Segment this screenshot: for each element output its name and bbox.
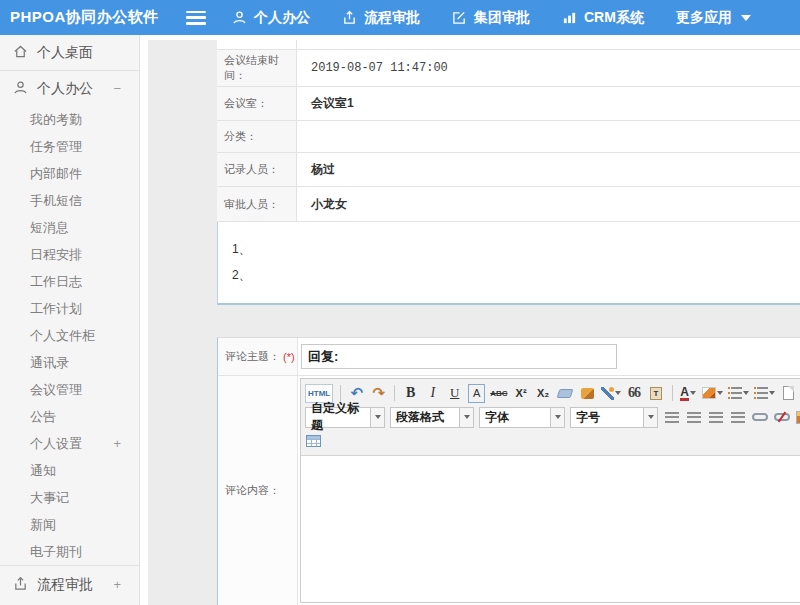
sidebar-item-announcement[interactable]: 公告 [0, 403, 139, 430]
sidebar-item-internal-mail[interactable]: 内部邮件 [0, 160, 139, 187]
nav-workflow-approval[interactable]: 流程审批 [342, 9, 420, 27]
insert-link-icon[interactable] [751, 408, 768, 427]
nav-group-approval[interactable]: 集团审批 [452, 9, 530, 27]
align-left-button[interactable] [663, 408, 680, 427]
sidebar-item-personal-settings[interactable]: 个人设置+ [0, 430, 139, 457]
expand-icon[interactable]: + [113, 436, 121, 451]
paragraph-format-dropdown[interactable]: 段落格式 [390, 407, 474, 428]
sidebar-submenu: 我的考勤 任务管理 内部邮件 手机短信 短消息 日程安排 工作日志 工作计划 个… [0, 106, 139, 565]
sidebar-item-label: 工作日志 [30, 273, 82, 291]
sidebar-item-major-events[interactable]: 大事记 [0, 484, 139, 511]
row-value-cell [297, 40, 800, 49]
caret-down-icon [459, 408, 473, 427]
paste-as-text-icon[interactable]: T [648, 384, 665, 403]
caret-down-icon [643, 408, 657, 427]
sidebar-group-personal-office[interactable]: 个人办公 − [0, 71, 139, 106]
sidebar-item-meeting-management[interactable]: 会议管理 [0, 376, 139, 403]
row-label-cell: 分类： [217, 121, 297, 152]
field-label: 评论内容： [225, 483, 280, 498]
caret-down-icon [690, 391, 696, 395]
sidebar-item-label: 流程审批 [37, 576, 93, 594]
ordered-list-button[interactable] [728, 384, 749, 403]
home-icon [13, 44, 28, 62]
autoformat-wand-icon[interactable] [601, 384, 621, 403]
sidebar-item-label: 我的考勤 [30, 111, 82, 129]
sidebar-item-personal-files[interactable]: 个人文件柜 [0, 322, 139, 349]
bold-button[interactable]: B [402, 384, 419, 403]
sidebar-item-label: 日程安排 [30, 246, 82, 264]
caret-down-icon [769, 391, 775, 395]
field-label: 分类： [224, 129, 257, 144]
subscript-button[interactable]: X₂ [535, 384, 552, 403]
sidebar-item-sms[interactable]: 手机短信 [0, 187, 139, 214]
sidebar-item-short-message[interactable]: 短消息 [0, 214, 139, 241]
editor-cell: HTML ↶ ↷ B I U A ABC [298, 376, 800, 605]
sidebar-item-task-management[interactable]: 任务管理 [0, 133, 139, 160]
sidebar-item-contacts[interactable]: 通讯录 [0, 349, 139, 376]
font-color-button[interactable]: A [680, 384, 697, 403]
font-style-button[interactable]: A [468, 384, 485, 403]
editor-content-area[interactable] [301, 456, 800, 602]
insert-image-icon[interactable] [795, 408, 800, 427]
nav-personal-office[interactable]: 个人办公 [232, 9, 310, 27]
sidebar-item-label: 短消息 [30, 219, 69, 237]
sidebar-item-label: 通知 [30, 462, 56, 480]
insert-table-icon[interactable] [305, 432, 322, 451]
expand-icon[interactable]: + [113, 577, 121, 592]
sidebar-item-label: 电子期刊 [30, 543, 82, 561]
toolbar-separator [672, 385, 673, 401]
strikethrough-button[interactable]: ABC [490, 384, 507, 403]
sidebar-item-personal-desktop[interactable]: 个人桌面 [0, 35, 139, 71]
nav-more-apps[interactable]: 更多应用 [676, 9, 751, 27]
sidebar-item-notification[interactable]: 通知 [0, 457, 139, 484]
edit-icon [452, 10, 467, 25]
highlight-color-button[interactable] [702, 384, 723, 403]
align-right-button[interactable] [707, 408, 724, 427]
font-family-dropdown[interactable]: 字体 [479, 407, 565, 428]
remove-link-icon[interactable] [773, 408, 790, 427]
sidebar-item-work-plan[interactable]: 工作计划 [0, 295, 139, 322]
superscript-button[interactable]: X² [513, 384, 530, 403]
row-value-cell: 小龙女 [297, 187, 800, 221]
new-page-icon[interactable] [780, 384, 797, 403]
comment-subject-input[interactable] [301, 344, 617, 369]
nav-label: 流程审批 [364, 9, 420, 27]
dropdown-label: 自定义标题 [306, 408, 370, 427]
sidebar-item-label: 个人桌面 [37, 44, 93, 62]
nav-crm-system[interactable]: CRM系统 [562, 9, 644, 27]
row-value-cell: 杨过 [297, 153, 800, 186]
sidebar-item-e-journal[interactable]: 电子期刊 [0, 538, 139, 565]
user-icon [13, 80, 28, 98]
share-icon [342, 10, 357, 25]
sidebar-group-workflow-approval[interactable]: 流程审批 + [0, 565, 139, 603]
record-line: 2、 [232, 262, 800, 288]
sidebar-item-label: 工作计划 [30, 300, 82, 318]
field-label: 会议结束时间： [224, 53, 296, 83]
unordered-list-button[interactable] [754, 384, 775, 403]
meeting-detail-table: 会议结束时间： 2019-08-07 11:47:00 会议室： 会议室1 分类… [217, 40, 800, 222]
sidebar-item-news[interactable]: 新闻 [0, 511, 139, 538]
toolbar-row-1: HTML ↶ ↷ B I U A ABC [305, 381, 800, 405]
blockquote-button[interactable]: 66 [626, 384, 643, 403]
sidebar-item-schedule[interactable]: 日程安排 [0, 241, 139, 268]
app-logo: PHPOA协同办公软件 [0, 8, 186, 27]
heading-style-dropdown[interactable]: 自定义标题 [305, 407, 385, 428]
collapse-icon[interactable]: − [113, 81, 121, 96]
underline-button[interactable]: U [446, 384, 463, 403]
caret-down-icon [743, 391, 749, 395]
sidebar-item-my-attendance[interactable]: 我的考勤 [0, 106, 139, 133]
meeting-record-content: 1、 2、 [217, 222, 800, 305]
caret-down-icon [615, 391, 621, 395]
sidebar-item-work-log[interactable]: 工作日志 [0, 268, 139, 295]
field-value: 杨过 [311, 161, 335, 178]
format-brush-icon[interactable] [579, 384, 596, 403]
align-center-button[interactable] [685, 408, 702, 427]
row-value-cell: 2019-08-07 11:47:00 [297, 50, 800, 86]
eraser-icon[interactable] [557, 384, 574, 403]
italic-button[interactable]: I [424, 384, 441, 403]
caret-down-icon [741, 15, 751, 21]
font-size-dropdown[interactable]: 字号 [570, 407, 658, 428]
redo-icon[interactable]: ↷ [370, 384, 387, 403]
menu-toggle-icon[interactable] [186, 11, 206, 25]
align-justify-button[interactable] [729, 408, 746, 427]
